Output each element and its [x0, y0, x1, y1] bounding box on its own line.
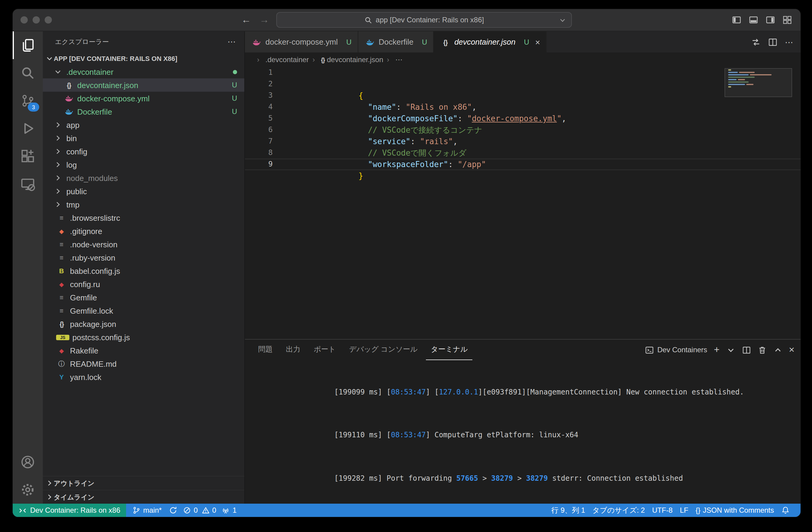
- tree-item[interactable]: tmp: [43, 198, 244, 211]
- traffic-light-zoom[interactable]: [45, 16, 52, 24]
- file-icon: ⓘ: [56, 359, 67, 368]
- more-actions-icon[interactable]: ⋯: [228, 37, 236, 46]
- breadcrumb-item[interactable]: {} devcontainer.json: [309, 56, 383, 64]
- tree-item[interactable]: bin: [43, 132, 244, 145]
- language-mode-status[interactable]: {} JSON with Comments: [692, 504, 778, 517]
- command-center[interactable]: app [Dev Container: Rails on x86]: [276, 12, 572, 28]
- open-changes-button[interactable]: [751, 37, 761, 47]
- minimap[interactable]: [725, 68, 792, 97]
- toggle-secondary-sidebar-button[interactable]: [766, 15, 775, 25]
- tree-item[interactable]: ◆ .gitignore: [43, 224, 244, 238]
- activity-extensions[interactable]: [13, 142, 43, 170]
- nav-back-button[interactable]: ←: [241, 15, 251, 25]
- terminal-profile-dropdown[interactable]: [726, 345, 735, 354]
- panel-tab-problems[interactable]: 問題: [253, 340, 277, 360]
- tree-item[interactable]: .devcontainer: [43, 65, 244, 78]
- tab-docker-compose-yml[interactable]: docker-compose.yml U: [245, 31, 358, 53]
- new-terminal-button[interactable]: +: [714, 344, 720, 355]
- tab-devcontainer-json[interactable]: {} devcontainer.json U ×: [434, 31, 547, 53]
- maximize-panel-button[interactable]: [773, 345, 782, 354]
- outline-section-header[interactable]: アウトライン: [43, 476, 244, 490]
- close-panel-button[interactable]: ×: [789, 344, 795, 355]
- sync-status[interactable]: [165, 504, 181, 517]
- tree-item[interactable]: node_modules: [43, 171, 244, 184]
- cursor-position-status[interactable]: 行 9、列 1: [548, 504, 589, 517]
- editor-more-actions-button[interactable]: ⋯: [785, 37, 793, 47]
- nav-forward-button[interactable]: →: [259, 15, 269, 25]
- toggle-primary-sidebar-button[interactable]: [732, 15, 741, 25]
- activity-settings[interactable]: [13, 476, 43, 504]
- tree-item[interactable]: ≡ .browserslistrc: [43, 211, 244, 224]
- activity-search[interactable]: [13, 59, 43, 87]
- tree-item[interactable]: docker-compose.yml U: [43, 92, 244, 105]
- title-bar: ←→ app [Dev Container: Rails on x86]: [13, 9, 800, 31]
- project-root-header[interactable]: APP [DEV CONTAINER: RAILS ON X86]: [43, 52, 244, 65]
- file-icon: ≡: [56, 254, 67, 261]
- split-editor-button[interactable]: [768, 37, 778, 47]
- panel-tab-label: ターミナル: [431, 344, 467, 355]
- encoding-status[interactable]: UTF-8: [649, 504, 676, 517]
- tree-item[interactable]: JS postcss.config.js: [43, 330, 244, 344]
- activity-run-debug[interactable]: [13, 115, 43, 142]
- eol-status[interactable]: LF: [676, 504, 692, 517]
- tree-item[interactable]: log: [43, 158, 244, 171]
- code-line: 2 "name": "Rails on x86",: [245, 78, 800, 90]
- activity-bar: 3: [13, 31, 43, 504]
- tree-item[interactable]: B babel.config.js: [43, 264, 244, 278]
- toggle-panel-button[interactable]: [749, 15, 758, 25]
- remote-indicator-status[interactable]: Dev Container: Rails on x86: [13, 504, 126, 517]
- timeline-section-header[interactable]: タイムライン: [43, 490, 244, 504]
- traffic-light-close[interactable]: [20, 16, 28, 24]
- tree-item[interactable]: {} devcontainer.json U: [43, 78, 244, 92]
- tree-item[interactable]: ≡ Gemfile.lock: [43, 304, 244, 317]
- breadcrumb-item[interactable]: .devcontainer: [253, 56, 309, 64]
- tab-dockerfile[interactable]: Dockerfile U: [358, 31, 434, 53]
- code-token: docker-compose.yml: [472, 114, 557, 123]
- tree-item[interactable]: ◆ config.ru: [43, 278, 244, 291]
- breadcrumb-item[interactable]: ⋯: [383, 56, 403, 64]
- code-editor[interactable]: 1 { 2 "name": "Rails on x86", 3: [245, 67, 800, 339]
- file-icon: ◆: [56, 228, 67, 234]
- panel-tab-output[interactable]: 出力: [281, 340, 305, 360]
- terminal-text: [199099 ms] [: [334, 388, 391, 396]
- terminal[interactable]: [199099 ms] [08:53:47] [127.0.0.1][e093f…: [245, 360, 800, 504]
- panel-tab-ports[interactable]: ポート: [309, 340, 340, 360]
- errors-status[interactable]: 0: [181, 504, 199, 517]
- tree-item[interactable]: Dockerfile U: [43, 105, 244, 118]
- forwarded-ports-status[interactable]: 1: [218, 504, 240, 517]
- tab-label: Dockerfile: [379, 38, 414, 46]
- tree-item-label: node_modules: [67, 174, 118, 182]
- split-terminal-button[interactable]: [742, 345, 751, 354]
- tree-item[interactable]: public: [43, 184, 244, 198]
- tree-item[interactable]: ≡ .node-version: [43, 238, 244, 251]
- file-icon: JS: [56, 335, 69, 340]
- file-icon: [53, 174, 63, 182]
- panel-tab-label: 出力: [286, 344, 301, 355]
- activity-account[interactable]: [13, 448, 43, 476]
- tree-item[interactable]: {} package.json: [43, 317, 244, 330]
- tree-item[interactable]: app: [43, 118, 244, 132]
- panel-tab-terminal[interactable]: ターミナル: [426, 340, 473, 360]
- tree-item[interactable]: config: [43, 145, 244, 158]
- customize-layout-button[interactable]: [782, 15, 792, 25]
- activity-remote-explorer[interactable]: [13, 170, 43, 198]
- tree-item[interactable]: ≡ Gemfile: [43, 291, 244, 304]
- modified-dot-badge: [233, 70, 237, 74]
- branch-status[interactable]: main*: [129, 504, 165, 517]
- traffic-light-minimize[interactable]: [32, 16, 40, 24]
- indentation-status[interactable]: タブのサイズ: 2: [589, 504, 649, 517]
- activity-explorer[interactable]: [13, 31, 43, 59]
- kill-terminal-button[interactable]: [757, 345, 767, 354]
- tree-item[interactable]: ≡ .ruby-version: [43, 251, 244, 264]
- activity-source-control[interactable]: 3: [13, 87, 43, 115]
- tree-item[interactable]: ⓘ README.md: [43, 357, 244, 370]
- tree-item[interactable]: Y yarn.lock: [43, 370, 244, 384]
- panel-tab-debug-console[interactable]: デバッグ コンソール: [344, 340, 422, 360]
- warnings-status[interactable]: 0: [200, 504, 218, 517]
- notifications-bell[interactable]: [778, 504, 793, 517]
- terminal-profile-selector[interactable]: Dev Containers: [644, 345, 707, 354]
- terminal-line: [199436 ms] [08:53:47] [127.0.0.1][2d4b8…: [256, 491, 795, 504]
- chevron-down-icon[interactable]: [559, 16, 566, 24]
- close-icon[interactable]: ×: [535, 37, 540, 47]
- tree-item[interactable]: ◆ Rakefile: [43, 344, 244, 357]
